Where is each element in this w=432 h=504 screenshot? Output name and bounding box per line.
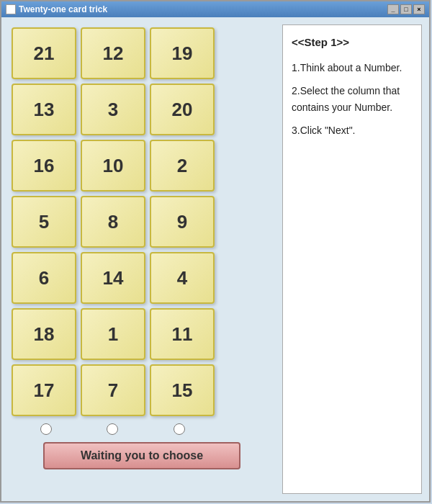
card-1-6[interactable]: 7 bbox=[81, 364, 145, 416]
step-title: <<Step 1>> bbox=[292, 34, 413, 51]
card-0-3[interactable]: 5 bbox=[12, 196, 76, 248]
card-0-0[interactable]: 21 bbox=[12, 27, 76, 79]
instruction-1: 1.Think about a Number. bbox=[292, 60, 413, 76]
radio-col3[interactable] bbox=[174, 423, 185, 435]
title-bar-buttons: _ □ × bbox=[387, 4, 425, 14]
card-2-6[interactable]: 15 bbox=[150, 364, 215, 416]
close-button[interactable]: × bbox=[413, 4, 425, 14]
card-0-4[interactable]: 6 bbox=[12, 252, 76, 304]
card-2-0[interactable]: 19 bbox=[150, 27, 215, 79]
app-icon: 🂠 bbox=[6, 4, 16, 14]
card-0-6[interactable]: 17 bbox=[12, 364, 76, 416]
card-1-0[interactable]: 12 bbox=[81, 27, 145, 79]
window-title: Twenty-one card trick bbox=[19, 4, 107, 14]
title-bar: 🂠 Twenty-one card trick _ □ × bbox=[1, 1, 429, 17]
card-2-4[interactable]: 4 bbox=[150, 252, 215, 304]
card-0-1[interactable]: 13 bbox=[12, 84, 76, 135]
card-1-3[interactable]: 8 bbox=[81, 196, 145, 248]
title-bar-left: 🂠 Twenty-one card trick bbox=[6, 4, 107, 14]
main-content: 211219133201610258961441811117715 Waitin… bbox=[1, 17, 429, 501]
card-1-2[interactable]: 10 bbox=[81, 140, 145, 192]
card-2-1[interactable]: 20 bbox=[150, 84, 215, 135]
instructions-panel: <<Step 1>> 1.Think about a Number. 2.Sel… bbox=[282, 24, 422, 494]
instruction-3: 3.Click "Next". bbox=[292, 122, 413, 138]
next-button[interactable]: Waiting you to choose bbox=[43, 442, 240, 469]
radio-group-col1[interactable] bbox=[14, 423, 78, 435]
card-0-2[interactable]: 16 bbox=[12, 140, 76, 192]
card-1-5[interactable]: 1 bbox=[81, 308, 145, 360]
radio-col1[interactable] bbox=[40, 423, 52, 435]
card-2-5[interactable]: 11 bbox=[150, 308, 215, 360]
card-0-5[interactable]: 18 bbox=[12, 308, 76, 360]
instruction-2: 2.Select the column that contains your N… bbox=[292, 83, 413, 115]
card-2-2[interactable]: 2 bbox=[150, 140, 215, 192]
card-2-3[interactable]: 9 bbox=[150, 196, 215, 248]
card-1-4[interactable]: 14 bbox=[81, 252, 145, 304]
radio-row bbox=[10, 419, 215, 438]
card-1-1[interactable]: 3 bbox=[81, 84, 145, 135]
cards-grid: 211219133201610258961441811117715 bbox=[9, 24, 275, 419]
radio-group-col3[interactable] bbox=[147, 423, 212, 435]
radio-group-col2[interactable] bbox=[80, 423, 145, 435]
next-btn-row: Waiting you to choose bbox=[9, 442, 275, 469]
app-window: 🂠 Twenty-one card trick _ □ × 2112191332… bbox=[0, 0, 431, 503]
radio-col2[interactable] bbox=[107, 423, 118, 435]
maximize-button[interactable]: □ bbox=[400, 4, 412, 14]
left-panel: 211219133201610258961441811117715 Waitin… bbox=[9, 24, 275, 494]
minimize-button[interactable]: _ bbox=[387, 4, 399, 14]
